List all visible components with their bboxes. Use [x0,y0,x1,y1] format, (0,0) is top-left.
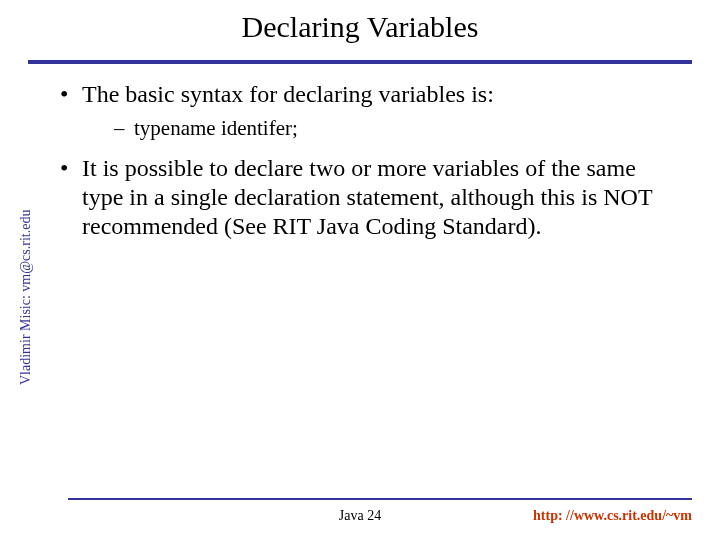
footer-url: http: //www.cs.rit.edu/~vm [533,508,692,524]
slide: Declaring Variables The basic syntax for… [0,0,720,540]
sub-list: typename identifer; [114,115,680,142]
sub-item: typename identifer; [114,115,680,142]
footer-rule [68,498,692,500]
title-rule [28,60,692,64]
bullet-item: It is possible to declare two or more va… [60,154,680,240]
bullet-list: The basic syntax for declaring variables… [60,80,680,246]
author-sidetext: Vladimir Misic: vm@cs.rit.edu [18,210,34,385]
bullet-item: The basic syntax for declaring variables… [60,80,680,142]
bullet-text: The basic syntax for declaring variables… [82,81,494,107]
slide-title: Declaring Variables [0,10,720,44]
bullet-text: It is possible to declare two or more va… [82,155,652,239]
